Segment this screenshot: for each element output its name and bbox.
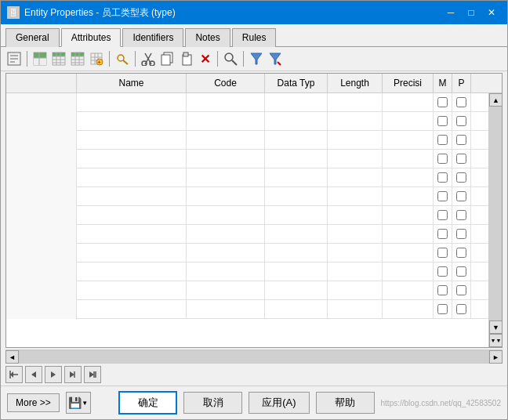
cell-precisi[interactable] bbox=[383, 244, 434, 262]
cell-m[interactable] bbox=[434, 168, 452, 186]
table-btn1[interactable] bbox=[31, 50, 49, 67]
cell-datatype[interactable] bbox=[265, 300, 328, 319]
p-checkbox[interactable] bbox=[456, 135, 466, 145]
table-row[interactable] bbox=[6, 93, 488, 112]
cell-name[interactable] bbox=[77, 244, 187, 262]
cell-code[interactable] bbox=[187, 93, 265, 112]
cell-name[interactable] bbox=[77, 281, 187, 300]
cell-length[interactable] bbox=[328, 262, 383, 281]
cell-name[interactable] bbox=[77, 93, 187, 112]
cell-name[interactable] bbox=[77, 225, 187, 244]
cell-code[interactable] bbox=[187, 262, 265, 281]
scroll-track[interactable] bbox=[489, 107, 502, 320]
cell-m[interactable] bbox=[434, 262, 452, 281]
cell-precisi[interactable] bbox=[383, 300, 434, 319]
cell-p[interactable] bbox=[452, 168, 471, 186]
p-checkbox[interactable] bbox=[456, 229, 466, 239]
cell-code[interactable] bbox=[187, 244, 265, 262]
cell-precisi[interactable] bbox=[383, 112, 434, 131]
scroll-bottom-btn[interactable]: ▼▼ bbox=[489, 334, 502, 347]
h-scrollbar[interactable]: ◄ ► bbox=[5, 349, 503, 364]
cell-m[interactable] bbox=[434, 187, 452, 205]
cell-p[interactable] bbox=[452, 262, 471, 281]
table-row[interactable] bbox=[6, 225, 488, 244]
cell-datatype[interactable] bbox=[265, 150, 328, 168]
m-checkbox[interactable] bbox=[437, 191, 448, 201]
m-checkbox[interactable] bbox=[437, 97, 448, 107]
m-checkbox[interactable] bbox=[437, 135, 448, 145]
h-scroll-right-btn[interactable]: ► bbox=[489, 350, 503, 364]
cell-length[interactable] bbox=[328, 300, 383, 319]
p-checkbox[interactable] bbox=[456, 191, 466, 201]
cell-length[interactable] bbox=[328, 187, 383, 206]
cell-name[interactable] bbox=[77, 206, 187, 225]
p-checkbox[interactable] bbox=[456, 97, 466, 107]
cell-datatype[interactable] bbox=[265, 187, 328, 206]
confirm-button[interactable]: 确定 bbox=[118, 391, 177, 415]
p-checkbox[interactable] bbox=[456, 210, 466, 220]
table-btn4[interactable]: + bbox=[88, 50, 105, 67]
maximize-button[interactable]: □ bbox=[462, 3, 481, 22]
cell-p[interactable] bbox=[452, 131, 471, 149]
cell-length[interactable] bbox=[328, 206, 383, 225]
cell-m[interactable] bbox=[434, 225, 452, 243]
m-checkbox[interactable] bbox=[437, 266, 448, 277]
cell-length[interactable] bbox=[328, 225, 383, 244]
cell-m[interactable] bbox=[434, 131, 452, 149]
cell-p[interactable] bbox=[452, 93, 471, 111]
cut-btn[interactable] bbox=[140, 50, 157, 67]
close-button[interactable]: ✕ bbox=[482, 3, 501, 22]
cell-code[interactable] bbox=[187, 206, 265, 225]
apply-button[interactable]: 应用(A) bbox=[249, 392, 309, 414]
nav-nextlast-btn[interactable] bbox=[64, 366, 82, 383]
p-checkbox[interactable] bbox=[456, 304, 466, 314]
cell-name[interactable] bbox=[77, 262, 187, 281]
cell-code[interactable] bbox=[187, 112, 265, 131]
cell-precisi[interactable] bbox=[383, 187, 434, 206]
table-btn3[interactable] bbox=[69, 50, 86, 67]
cell-p[interactable] bbox=[452, 206, 471, 224]
cell-length[interactable] bbox=[328, 281, 383, 300]
p-checkbox[interactable] bbox=[456, 285, 466, 295]
cell-datatype[interactable] bbox=[265, 206, 328, 225]
cell-length[interactable] bbox=[328, 168, 383, 187]
cell-datatype[interactable] bbox=[265, 131, 328, 150]
table-row[interactable] bbox=[6, 300, 488, 319]
find-btn[interactable] bbox=[222, 50, 239, 67]
cell-p[interactable] bbox=[452, 112, 471, 130]
cell-precisi[interactable] bbox=[383, 150, 434, 168]
m-checkbox[interactable] bbox=[437, 248, 448, 258]
cancel-button[interactable]: 取消 bbox=[183, 392, 242, 414]
cell-length[interactable] bbox=[328, 93, 383, 112]
cell-name[interactable] bbox=[77, 187, 187, 206]
filter2-btn[interactable] bbox=[267, 50, 284, 67]
copy-btn[interactable] bbox=[158, 50, 176, 67]
cell-length[interactable] bbox=[328, 244, 383, 262]
save-button[interactable]: 💾 ▼ bbox=[66, 392, 91, 414]
cell-code[interactable] bbox=[187, 150, 265, 168]
cell-precisi[interactable] bbox=[383, 281, 434, 300]
help-button[interactable]: 帮助 bbox=[316, 392, 375, 414]
cell-code[interactable] bbox=[187, 225, 265, 244]
cell-p[interactable] bbox=[452, 300, 471, 318]
cell-code[interactable] bbox=[187, 300, 265, 319]
nav-first-btn[interactable] bbox=[5, 366, 23, 383]
cell-m[interactable] bbox=[434, 300, 452, 318]
cell-m[interactable] bbox=[434, 112, 452, 130]
scroll-down-btn[interactable]: ▼ bbox=[489, 320, 502, 334]
p-checkbox[interactable] bbox=[456, 154, 466, 164]
cell-precisi[interactable] bbox=[383, 225, 434, 244]
m-checkbox[interactable] bbox=[437, 172, 448, 183]
h-scroll-left-btn[interactable]: ◄ bbox=[5, 350, 19, 364]
nav-prev-btn[interactable] bbox=[25, 366, 42, 383]
cell-datatype[interactable] bbox=[265, 168, 328, 187]
table-row[interactable] bbox=[6, 187, 488, 206]
cell-p[interactable] bbox=[452, 150, 471, 168]
cell-name[interactable] bbox=[77, 112, 187, 131]
tab-attributes[interactable]: Attributes bbox=[61, 28, 122, 47]
v-scrollbar[interactable]: ▲ ▼ ▼▼ bbox=[488, 93, 502, 347]
p-checkbox[interactable] bbox=[456, 266, 466, 277]
cell-p[interactable] bbox=[452, 281, 471, 299]
nav-next-btn[interactable] bbox=[45, 366, 62, 383]
cell-name[interactable] bbox=[77, 300, 187, 319]
